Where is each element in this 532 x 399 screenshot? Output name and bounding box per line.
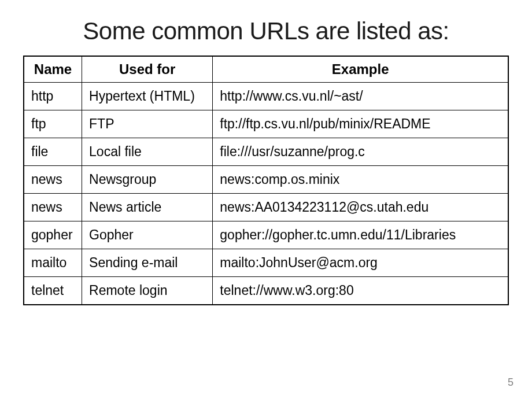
cell-example: file:///usr/suzanne/prog.c xyxy=(213,138,508,166)
table-row: mailto Sending e-mail mailto:JohnUser@ac… xyxy=(24,249,508,277)
table-row: file Local file file:///usr/suzanne/prog… xyxy=(24,138,508,166)
page-title: Some common URLs are listed as: xyxy=(23,17,509,45)
cell-name: mailto xyxy=(24,249,82,277)
cell-name: file xyxy=(24,138,82,166)
cell-example: ftp://ftp.cs.vu.nl/pub/minix/README xyxy=(213,110,508,138)
table-row: news Newsgroup news:comp.os.minix xyxy=(24,166,508,194)
cell-used-for: Sending e-mail xyxy=(82,249,213,277)
cell-example: gopher://gopher.tc.umn.edu/11/Libraries xyxy=(213,221,508,249)
cell-name: news xyxy=(24,166,82,194)
page-number: 5 xyxy=(508,376,513,389)
cell-used-for: Gopher xyxy=(82,221,213,249)
cell-example: mailto:JohnUser@acm.org xyxy=(213,249,508,277)
cell-example: http://www.cs.vu.nl/~ast/ xyxy=(213,83,508,110)
header-name: Name xyxy=(24,56,82,83)
table-row: gopher Gopher gopher://gopher.tc.umn.edu… xyxy=(24,221,508,249)
cell-example: telnet://www.w3.org:80 xyxy=(213,277,508,305)
header-used-for: Used for xyxy=(82,56,213,83)
cell-used-for: Local file xyxy=(82,138,213,166)
cell-example: news:AA0134223112@cs.utah.edu xyxy=(213,194,508,221)
cell-name: gopher xyxy=(24,221,82,249)
table-header-row: Name Used for Example xyxy=(24,56,508,83)
table-row: telnet Remote login telnet://www.w3.org:… xyxy=(24,277,508,305)
table-row: http Hypertext (HTML) http://www.cs.vu.n… xyxy=(24,83,508,110)
slide: Some common URLs are listed as: Name Use… xyxy=(0,0,532,399)
cell-name: telnet xyxy=(24,277,82,305)
header-example: Example xyxy=(213,56,508,83)
url-table: Name Used for Example http Hypertext (HT… xyxy=(23,56,509,305)
cell-used-for: Newsgroup xyxy=(82,166,213,194)
table-row: ftp FTP ftp://ftp.cs.vu.nl/pub/minix/REA… xyxy=(24,110,508,138)
table-row: news News article news:AA0134223112@cs.u… xyxy=(24,194,508,221)
cell-name: news xyxy=(24,194,82,221)
cell-example: news:comp.os.minix xyxy=(213,166,508,194)
cell-used-for: News article xyxy=(82,194,213,221)
cell-used-for: Hypertext (HTML) xyxy=(82,83,213,110)
cell-used-for: Remote login xyxy=(82,277,213,305)
cell-name: http xyxy=(24,83,82,110)
cell-used-for: FTP xyxy=(82,110,213,138)
cell-name: ftp xyxy=(24,110,82,138)
